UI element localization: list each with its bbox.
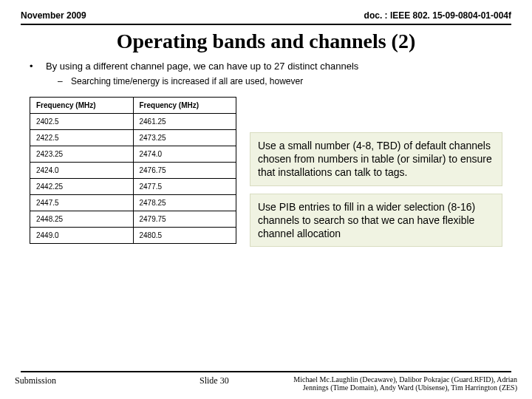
footer-row: Submission Slide 30 Michael Mc.Laughlin …: [15, 375, 517, 392]
sub-bullet-item: – Searching time/energy is increased if …: [58, 76, 502, 86]
cell: 2442.25: [30, 179, 134, 195]
bullet-item: • By using a different channel page, we …: [30, 61, 502, 72]
slide-footer: Submission Slide 30 Michael Mc.Laughlin …: [0, 371, 532, 392]
col-header-right: Frequency (MHz): [133, 98, 236, 114]
note-box-default-channels: Use a small number (4-8, TBD) of default…: [250, 132, 502, 186]
table-row: 2423.25 2474.0: [30, 146, 236, 163]
dash-mark: –: [58, 76, 71, 86]
table-row: 2442.25 2477.5: [30, 179, 236, 195]
bullet-mark: •: [30, 61, 46, 72]
table-row: 2424.0 2476.75: [30, 163, 236, 179]
header-date: November 2009: [21, 10, 86, 21]
slide-title: Operating bands and channels (2): [0, 25, 532, 61]
cell: 2424.0: [30, 163, 134, 179]
table-row: 2449.0 2480.5: [30, 228, 236, 244]
content-row: Frequency (MHz) Frequency (MHz) 2402.5 2…: [30, 97, 502, 254]
col-header-left: Frequency (MHz): [30, 98, 134, 114]
table-row: 2447.5 2478.25: [30, 195, 236, 211]
cell: 2423.25: [30, 146, 134, 163]
footer-authors: Michael Mc.Laughlin (Decawave), Dalibor …: [266, 375, 517, 392]
cell: 2402.5: [30, 114, 134, 130]
cell: 2448.25: [30, 211, 134, 228]
cell: 2449.0: [30, 228, 134, 244]
footer-slide-number: Slide 30: [200, 375, 229, 386]
cell: 2477.5: [133, 179, 236, 195]
cell: 2474.0: [133, 146, 236, 163]
frequency-table: Frequency (MHz) Frequency (MHz) 2402.5 2…: [30, 97, 236, 244]
cell: 2447.5: [30, 195, 134, 211]
sub-bullet-text: Searching time/energy is increased if al…: [71, 76, 303, 86]
cell: 2476.75: [133, 163, 236, 179]
table-row: 2402.5 2461.25: [30, 114, 236, 130]
table-header-row: Frequency (MHz) Frequency (MHz): [30, 98, 236, 114]
cell: 2480.5: [133, 228, 236, 244]
cell: 2473.25: [133, 130, 236, 146]
note-box-pib-entries: Use PIB entries to fill in a wider selec…: [250, 194, 502, 248]
header-doc-ref: doc. : IEEE 802. 15-09-0804-01-004f: [364, 10, 511, 21]
footer-left: Submission: [15, 375, 56, 386]
cell: 2461.25: [133, 114, 236, 130]
cell: 2422.5: [30, 130, 134, 146]
notes-column: Use a small number (4-8, TBD) of default…: [250, 97, 502, 254]
slide-header: November 2009 doc. : IEEE 802. 15-09-080…: [0, 0, 532, 24]
table-row: 2422.5 2473.25: [30, 130, 236, 146]
cell: 2479.75: [133, 211, 236, 228]
slide-body: • By using a different channel page, we …: [0, 61, 532, 254]
bullet-text: By using a different channel page, we ca…: [46, 61, 358, 72]
table-row: 2448.25 2479.75: [30, 211, 236, 228]
footer-rule: [21, 371, 511, 372]
cell: 2478.25: [133, 195, 236, 211]
